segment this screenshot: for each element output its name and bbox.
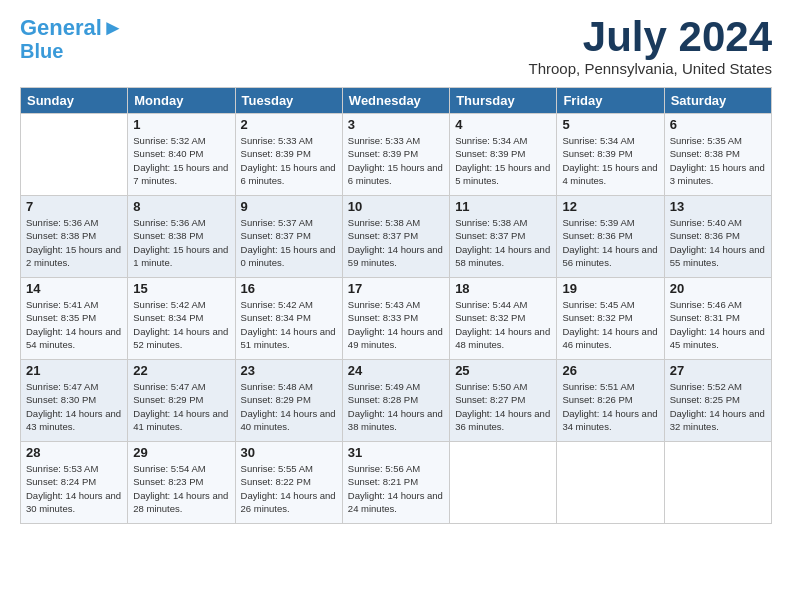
day-info: Sunrise: 5:36 AMSunset: 8:38 PMDaylight:… <box>26 216 122 269</box>
page: General► Blue July 2024 Throop, Pennsylv… <box>0 0 792 534</box>
calendar-cell: 11Sunrise: 5:38 AMSunset: 8:37 PMDayligh… <box>450 196 557 278</box>
day-info: Sunrise: 5:33 AMSunset: 8:39 PMDaylight:… <box>241 134 337 187</box>
day-number: 5 <box>562 117 658 132</box>
calendar-cell: 13Sunrise: 5:40 AMSunset: 8:36 PMDayligh… <box>664 196 771 278</box>
calendar-cell: 5Sunrise: 5:34 AMSunset: 8:39 PMDaylight… <box>557 114 664 196</box>
calendar-cell: 27Sunrise: 5:52 AMSunset: 8:25 PMDayligh… <box>664 360 771 442</box>
header-friday: Friday <box>557 88 664 114</box>
day-info: Sunrise: 5:42 AMSunset: 8:34 PMDaylight:… <box>241 298 337 351</box>
location: Throop, Pennsylvania, United States <box>529 60 772 77</box>
calendar-week-row: 1Sunrise: 5:32 AMSunset: 8:40 PMDaylight… <box>21 114 772 196</box>
calendar-cell: 30Sunrise: 5:55 AMSunset: 8:22 PMDayligh… <box>235 442 342 524</box>
calendar-cell: 17Sunrise: 5:43 AMSunset: 8:33 PMDayligh… <box>342 278 449 360</box>
day-number: 18 <box>455 281 551 296</box>
day-number: 29 <box>133 445 229 460</box>
title-block: July 2024 Throop, Pennsylvania, United S… <box>529 16 772 77</box>
day-number: 3 <box>348 117 444 132</box>
header-tuesday: Tuesday <box>235 88 342 114</box>
day-number: 24 <box>348 363 444 378</box>
day-info: Sunrise: 5:55 AMSunset: 8:22 PMDaylight:… <box>241 462 337 515</box>
day-info: Sunrise: 5:40 AMSunset: 8:36 PMDaylight:… <box>670 216 766 269</box>
day-info: Sunrise: 5:47 AMSunset: 8:30 PMDaylight:… <box>26 380 122 433</box>
day-info: Sunrise: 5:35 AMSunset: 8:38 PMDaylight:… <box>670 134 766 187</box>
day-info: Sunrise: 5:38 AMSunset: 8:37 PMDaylight:… <box>348 216 444 269</box>
day-info: Sunrise: 5:48 AMSunset: 8:29 PMDaylight:… <box>241 380 337 433</box>
calendar-cell <box>21 114 128 196</box>
day-info: Sunrise: 5:46 AMSunset: 8:31 PMDaylight:… <box>670 298 766 351</box>
day-number: 30 <box>241 445 337 460</box>
day-number: 27 <box>670 363 766 378</box>
calendar-cell: 18Sunrise: 5:44 AMSunset: 8:32 PMDayligh… <box>450 278 557 360</box>
calendar-cell: 14Sunrise: 5:41 AMSunset: 8:35 PMDayligh… <box>21 278 128 360</box>
day-number: 28 <box>26 445 122 460</box>
header-monday: Monday <box>128 88 235 114</box>
day-info: Sunrise: 5:34 AMSunset: 8:39 PMDaylight:… <box>455 134 551 187</box>
day-info: Sunrise: 5:34 AMSunset: 8:39 PMDaylight:… <box>562 134 658 187</box>
calendar-cell: 1Sunrise: 5:32 AMSunset: 8:40 PMDaylight… <box>128 114 235 196</box>
day-number: 8 <box>133 199 229 214</box>
day-info: Sunrise: 5:41 AMSunset: 8:35 PMDaylight:… <box>26 298 122 351</box>
day-number: 1 <box>133 117 229 132</box>
day-info: Sunrise: 5:49 AMSunset: 8:28 PMDaylight:… <box>348 380 444 433</box>
calendar-cell: 16Sunrise: 5:42 AMSunset: 8:34 PMDayligh… <box>235 278 342 360</box>
day-info: Sunrise: 5:54 AMSunset: 8:23 PMDaylight:… <box>133 462 229 515</box>
calendar-cell: 19Sunrise: 5:45 AMSunset: 8:32 PMDayligh… <box>557 278 664 360</box>
day-number: 23 <box>241 363 337 378</box>
day-number: 31 <box>348 445 444 460</box>
day-number: 12 <box>562 199 658 214</box>
day-info: Sunrise: 5:39 AMSunset: 8:36 PMDaylight:… <box>562 216 658 269</box>
calendar-cell: 28Sunrise: 5:53 AMSunset: 8:24 PMDayligh… <box>21 442 128 524</box>
header-wednesday: Wednesday <box>342 88 449 114</box>
day-number: 20 <box>670 281 766 296</box>
month-title: July 2024 <box>529 16 772 58</box>
day-number: 16 <box>241 281 337 296</box>
calendar-cell: 21Sunrise: 5:47 AMSunset: 8:30 PMDayligh… <box>21 360 128 442</box>
calendar-cell: 8Sunrise: 5:36 AMSunset: 8:38 PMDaylight… <box>128 196 235 278</box>
day-info: Sunrise: 5:36 AMSunset: 8:38 PMDaylight:… <box>133 216 229 269</box>
day-info: Sunrise: 5:51 AMSunset: 8:26 PMDaylight:… <box>562 380 658 433</box>
day-number: 6 <box>670 117 766 132</box>
day-number: 21 <box>26 363 122 378</box>
day-number: 19 <box>562 281 658 296</box>
day-info: Sunrise: 5:38 AMSunset: 8:37 PMDaylight:… <box>455 216 551 269</box>
calendar-cell: 10Sunrise: 5:38 AMSunset: 8:37 PMDayligh… <box>342 196 449 278</box>
day-info: Sunrise: 5:43 AMSunset: 8:33 PMDaylight:… <box>348 298 444 351</box>
calendar-cell: 29Sunrise: 5:54 AMSunset: 8:23 PMDayligh… <box>128 442 235 524</box>
calendar-cell: 2Sunrise: 5:33 AMSunset: 8:39 PMDaylight… <box>235 114 342 196</box>
calendar-cell: 31Sunrise: 5:56 AMSunset: 8:21 PMDayligh… <box>342 442 449 524</box>
calendar-cell: 6Sunrise: 5:35 AMSunset: 8:38 PMDaylight… <box>664 114 771 196</box>
day-info: Sunrise: 5:42 AMSunset: 8:34 PMDaylight:… <box>133 298 229 351</box>
day-info: Sunrise: 5:53 AMSunset: 8:24 PMDaylight:… <box>26 462 122 515</box>
calendar-cell: 24Sunrise: 5:49 AMSunset: 8:28 PMDayligh… <box>342 360 449 442</box>
logo: General► Blue <box>20 16 124 62</box>
header-thursday: Thursday <box>450 88 557 114</box>
calendar-cell <box>557 442 664 524</box>
day-number: 10 <box>348 199 444 214</box>
day-info: Sunrise: 5:52 AMSunset: 8:25 PMDaylight:… <box>670 380 766 433</box>
calendar-cell: 23Sunrise: 5:48 AMSunset: 8:29 PMDayligh… <box>235 360 342 442</box>
calendar-cell: 20Sunrise: 5:46 AMSunset: 8:31 PMDayligh… <box>664 278 771 360</box>
calendar-cell: 7Sunrise: 5:36 AMSunset: 8:38 PMDaylight… <box>21 196 128 278</box>
day-number: 4 <box>455 117 551 132</box>
day-number: 13 <box>670 199 766 214</box>
calendar-cell: 4Sunrise: 5:34 AMSunset: 8:39 PMDaylight… <box>450 114 557 196</box>
calendar-cell: 15Sunrise: 5:42 AMSunset: 8:34 PMDayligh… <box>128 278 235 360</box>
day-number: 26 <box>562 363 658 378</box>
calendar-cell: 26Sunrise: 5:51 AMSunset: 8:26 PMDayligh… <box>557 360 664 442</box>
header: General► Blue July 2024 Throop, Pennsylv… <box>20 16 772 77</box>
day-number: 14 <box>26 281 122 296</box>
calendar-cell: 25Sunrise: 5:50 AMSunset: 8:27 PMDayligh… <box>450 360 557 442</box>
day-number: 7 <box>26 199 122 214</box>
day-number: 2 <box>241 117 337 132</box>
calendar-cell: 9Sunrise: 5:37 AMSunset: 8:37 PMDaylight… <box>235 196 342 278</box>
day-info: Sunrise: 5:50 AMSunset: 8:27 PMDaylight:… <box>455 380 551 433</box>
day-info: Sunrise: 5:45 AMSunset: 8:32 PMDaylight:… <box>562 298 658 351</box>
day-number: 22 <box>133 363 229 378</box>
logo-text2: Blue <box>20 40 63 62</box>
calendar-week-row: 7Sunrise: 5:36 AMSunset: 8:38 PMDaylight… <box>21 196 772 278</box>
calendar-week-row: 21Sunrise: 5:47 AMSunset: 8:30 PMDayligh… <box>21 360 772 442</box>
calendar-cell: 3Sunrise: 5:33 AMSunset: 8:39 PMDaylight… <box>342 114 449 196</box>
day-info: Sunrise: 5:56 AMSunset: 8:21 PMDaylight:… <box>348 462 444 515</box>
day-number: 9 <box>241 199 337 214</box>
day-number: 15 <box>133 281 229 296</box>
